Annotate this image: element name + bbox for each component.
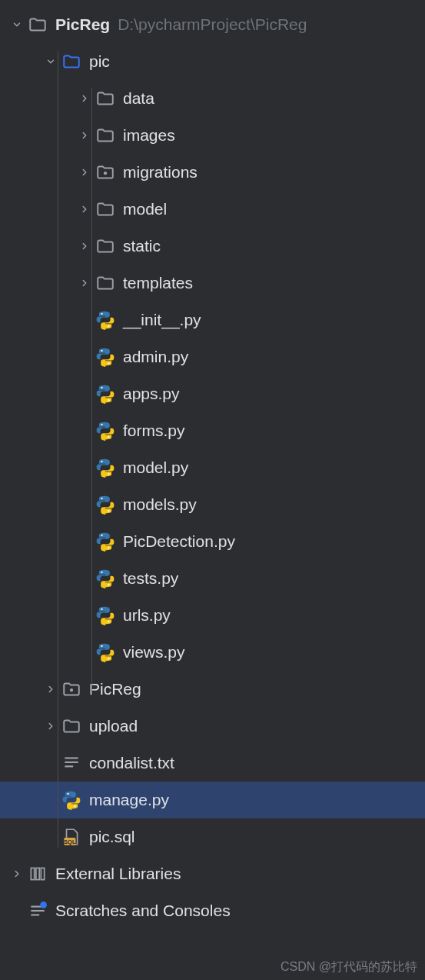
project-tree[interactable]: PicReg D:\pycharmProject\PicReg pic data… xyxy=(0,0,425,929)
tree-item[interactable]: manage.py xyxy=(0,782,425,818)
python-icon xyxy=(95,310,115,330)
folder-label: model xyxy=(123,200,167,218)
python-icon xyxy=(95,384,115,404)
tree-item-file[interactable]: apps.py xyxy=(0,375,425,412)
file-label: models.py xyxy=(123,495,197,514)
tree-item-file[interactable]: forms.py xyxy=(0,412,425,449)
item-label: External Libraries xyxy=(55,865,181,883)
tree-item-folder[interactable]: migrations xyxy=(0,154,425,191)
file-label: PicDetection.py xyxy=(123,532,235,551)
folder-icon xyxy=(95,273,115,293)
project-path: D:\pycharmProject\PicReg xyxy=(118,15,307,34)
python-icon xyxy=(95,568,115,588)
python-icon xyxy=(95,458,115,478)
file-label: admin.py xyxy=(123,348,188,366)
tree-item-folder[interactable]: images xyxy=(0,117,425,154)
tree-item-file[interactable]: __init__.py xyxy=(0,302,425,338)
python-icon xyxy=(95,532,115,552)
folder-icon xyxy=(61,716,81,736)
folder-icon xyxy=(28,15,48,35)
project-name: PicReg xyxy=(55,15,110,34)
tree-item-root[interactable]: PicReg D:\pycharmProject\PicReg xyxy=(0,6,425,43)
tree-item-file[interactable]: models.py xyxy=(0,486,425,523)
tree-item-folder[interactable]: model xyxy=(0,191,425,228)
chevron-right-icon[interactable] xyxy=(6,868,28,879)
item-label: pic.sql xyxy=(89,828,135,846)
tree-item-file[interactable]: admin.py xyxy=(0,338,425,375)
tree-item-folder[interactable]: templates xyxy=(0,265,425,302)
scratches-icon xyxy=(28,901,48,921)
tree-item[interactable]: PicReg xyxy=(0,671,425,708)
file-label: forms.py xyxy=(123,422,185,440)
python-icon xyxy=(95,347,115,367)
python-icon xyxy=(95,495,115,515)
folder-icon xyxy=(61,52,81,72)
sql-file-icon xyxy=(61,827,81,847)
tree-item-file[interactable]: views.py xyxy=(0,634,425,671)
file-label: views.py xyxy=(123,643,185,662)
tree-item-folder[interactable]: data xyxy=(0,80,425,117)
file-label: __init__.py xyxy=(123,311,201,329)
python-icon xyxy=(95,421,115,441)
folder-label: pic xyxy=(89,52,110,71)
text-file-icon xyxy=(61,753,81,773)
libraries-icon xyxy=(28,864,48,884)
folder-icon xyxy=(61,679,81,699)
tree-item[interactable]: condalist.txt xyxy=(0,745,425,782)
folder-icon xyxy=(95,162,115,182)
folder-label: static xyxy=(123,237,161,255)
item-label: PicReg xyxy=(89,680,141,698)
tree-item[interactable]: upload xyxy=(0,708,425,745)
item-label: upload xyxy=(89,717,138,735)
file-label: model.py xyxy=(123,458,188,477)
tree-item-file[interactable]: model.py xyxy=(0,449,425,486)
folder-label: migrations xyxy=(123,163,198,182)
tree-item-scratches and consoles[interactable]: Scratches and Consoles xyxy=(0,892,425,929)
folder-label: images xyxy=(123,126,175,145)
folder-icon xyxy=(95,88,115,108)
tree-item-pic[interactable]: pic xyxy=(0,43,425,80)
chevron-down-icon[interactable] xyxy=(6,19,28,30)
item-label: Scratches and Consoles xyxy=(55,902,231,920)
file-label: tests.py xyxy=(123,569,178,588)
file-label: apps.py xyxy=(123,385,180,403)
tree-item-file[interactable]: tests.py xyxy=(0,560,425,597)
watermark: CSDN @打代码的苏比特 xyxy=(281,959,417,975)
tree-item-file[interactable]: urls.py xyxy=(0,597,425,634)
folder-label: templates xyxy=(123,274,193,292)
folder-icon xyxy=(95,125,115,145)
item-label: condalist.txt xyxy=(89,754,174,772)
tree-item[interactable]: pic.sql xyxy=(0,818,425,855)
folder-label: data xyxy=(123,89,154,108)
python-icon xyxy=(95,605,115,625)
tree-item-folder[interactable]: static xyxy=(0,228,425,265)
tree-item-external libraries[interactable]: External Libraries xyxy=(0,855,425,892)
item-label: manage.py xyxy=(89,791,169,809)
python-icon xyxy=(61,790,81,810)
python-icon xyxy=(95,642,115,662)
file-label: urls.py xyxy=(123,606,171,625)
folder-icon xyxy=(95,199,115,219)
tree-item-file[interactable]: PicDetection.py xyxy=(0,523,425,560)
folder-icon xyxy=(95,236,115,256)
